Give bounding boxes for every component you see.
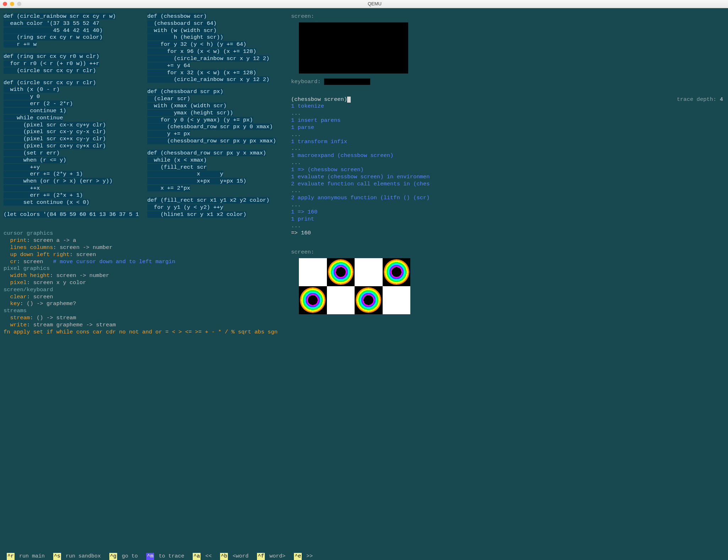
editor-col-right[interactable]: def (chessbow scr) (chessboard scr 64) w… [144, 8, 288, 553]
trace-line: ... [291, 159, 301, 166]
editor-col-left[interactable]: def (circle_rainbow scr cx cy r w) each … [0, 8, 144, 553]
screen-label: screen: [291, 13, 724, 20]
trace-line: 1 print [291, 216, 314, 222]
key-run-main[interactable]: ^r [7, 553, 15, 560]
key-end[interactable]: ^e [294, 553, 302, 560]
bottom-keybar: ^r run main ^s run sandbox ^g go to ^m t… [0, 553, 728, 560]
screen-preview-blank [299, 22, 408, 74]
trace-line: ... [291, 187, 301, 194]
keyboard-label: keyboard: [291, 78, 321, 85]
trace-line: => 160 [291, 230, 311, 236]
trace-line: ... [291, 131, 301, 138]
key-trace[interactable]: ^m [146, 553, 154, 560]
trace-line: 1 evaluate (chessbow screen) in environm… [291, 174, 430, 180]
code-block: def (ring scr cx cy r0 w clr) for r r0 (… [4, 53, 99, 74]
cursor-icon [347, 97, 351, 103]
code-block: def (chessboard scr px) (clear scr) with… [147, 88, 276, 144]
rainbow-icon [328, 259, 354, 285]
trace-line: ... [291, 145, 301, 152]
trace-line: ... [291, 202, 301, 208]
key-run-sandbox[interactable]: ^s [53, 553, 61, 560]
trace-line: 1 => (chessbow screen) [291, 167, 364, 173]
repl-input[interactable]: (chessbow screen) [291, 96, 347, 103]
code-block: (let colors '(84 85 59 60 61 13 36 37 5 … [4, 211, 139, 218]
trace-line: 1 transform infix [291, 138, 347, 145]
window-titlebar: QEMU [0, 0, 728, 8]
key-home[interactable]: ^a [193, 553, 201, 560]
trace-line: 1 insert parens [291, 117, 341, 124]
rainbow-icon [356, 287, 381, 313]
screen-label: screen: [291, 249, 724, 256]
trace-line: ... [291, 110, 301, 116]
close-icon[interactable] [3, 2, 7, 6]
help-panel: cursor graphics print: screen a -> a lin… [4, 223, 141, 343]
code-block: def (fill_rect scr x1 y1 x2 y2 color) fo… [147, 197, 269, 218]
trace-line: 1 => 160 [291, 209, 317, 215]
code-block: def (chessbow scr) (chessboard scr 64) w… [147, 13, 269, 83]
trace-line: 2 evaluate function call elements in (ch… [291, 181, 430, 187]
key-word-right[interactable]: ^f [257, 553, 265, 560]
trace-line: 1 parse [291, 124, 314, 131]
trace-line: 1 tokenize [291, 103, 324, 109]
key-goto[interactable]: ^g [109, 553, 117, 560]
zoom-icon[interactable] [17, 2, 21, 6]
sandbox-panel[interactable]: screen: keyboard: (chessbow screen)trace… [288, 8, 728, 553]
trace-line: 1 macroexpand (chessbow screen) [291, 152, 393, 159]
keyboard-buffer [324, 78, 370, 85]
window-title: QEMU [24, 1, 725, 7]
trace-line: ... [291, 223, 301, 229]
code-block: def (circle_rainbow scr cx cy r w) each … [4, 13, 116, 48]
code-block: def (circle scr cx cy r clr) with (x (0 … [4, 80, 113, 206]
minimize-icon[interactable] [10, 2, 14, 6]
rainbow-icon [384, 259, 409, 285]
screen-preview-chessbow [299, 258, 410, 314]
rainbow-icon [300, 287, 325, 313]
key-word-left[interactable]: ^b [220, 553, 228, 560]
code-block: def (chessboard_row scr px y x xmax) whi… [147, 150, 266, 191]
trace-line: 2 apply anonymous function (litfn () (sc… [291, 195, 430, 201]
repl[interactable]: (chessbow screen)trace depth: 4 1 tokeni… [291, 89, 724, 244]
workspace: def (circle_rainbow scr cx cy r w) each … [0, 8, 728, 553]
